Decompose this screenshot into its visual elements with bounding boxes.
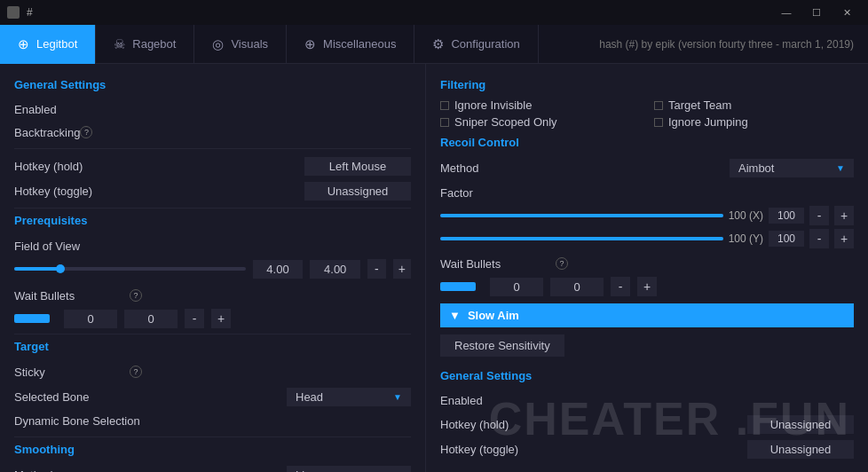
wait-bullets-label-row: Wait Bullets ? — [14, 284, 411, 307]
tab-configuration[interactable]: ⚙ Configuration — [414, 25, 538, 64]
divider-4 — [14, 437, 411, 437]
fov-value2[interactable]: 4.00 — [310, 260, 360, 279]
target-team-checkbox[interactable] — [654, 101, 663, 110]
rc-wait-slider[interactable] — [440, 282, 476, 291]
backtracking-label: Backtracking — [14, 126, 80, 139]
wait-value2[interactable]: 0 — [124, 310, 178, 328]
tab-miscellaneous[interactable]: ⊕ Miscellaneous — [287, 25, 414, 64]
divider-3 — [14, 334, 411, 334]
tab-legitbot-label: Legitbot — [36, 37, 77, 51]
main-content: General Settings Enabled Backtracking ? … — [0, 64, 868, 472]
fov-value1[interactable]: 4.00 — [253, 260, 304, 279]
rc-y-value[interactable]: 100 — [769, 231, 804, 247]
right-hotkey-toggle-value: Unassigned — [556, 440, 854, 459]
slow-aim-arrow-icon: ▼ — [449, 309, 461, 322]
divider-2 — [14, 208, 411, 208]
wait-minus-btn[interactable]: - — [185, 309, 204, 328]
navigation-bar: ⊕ Legitbot ☠ Ragebot ◎ Visuals ⊕ Miscell… — [0, 25, 868, 64]
titlebar-title: # — [27, 6, 33, 19]
rc-y-label: 100 (Y) — [729, 232, 763, 245]
backtracking-help-icon[interactable]: ? — [80, 126, 92, 138]
rc-wait-help-icon[interactable]: ? — [556, 257, 568, 270]
fov-thumb[interactable] — [56, 264, 65, 273]
hotkey-toggle-value-container: Unassigned — [130, 182, 411, 201]
rc-y-fill — [440, 237, 723, 240]
tab-visuals[interactable]: ◎ Visuals — [194, 25, 287, 64]
sticky-row: Sticky ? — [14, 360, 411, 383]
wait-bullets-help-icon[interactable]: ? — [130, 289, 142, 302]
sniper-scoped-item: Sniper Scoped Only — [440, 115, 640, 129]
right-hotkey-toggle-box[interactable]: Unassigned — [747, 440, 854, 459]
tab-legitbot[interactable]: ⊕ Legitbot — [0, 25, 96, 64]
ignore-jumping-checkbox[interactable] — [654, 118, 663, 127]
rc-wait-minus[interactable]: - — [611, 277, 630, 296]
smooth-method-label: Method — [14, 468, 130, 473]
window-controls: — ☐ ✕ — [772, 0, 861, 25]
rc-x-value[interactable]: 100 — [769, 208, 804, 224]
rc-y-minus[interactable]: - — [809, 229, 829, 248]
tab-ragebot[interactable]: ☠ Ragebot — [96, 25, 194, 64]
rc-x-slider-track[interactable] — [440, 214, 723, 217]
close-button[interactable]: ✕ — [832, 0, 861, 25]
fov-plus-btn[interactable]: + — [393, 259, 411, 279]
right-hotkey-toggle-row: Hotkey (toggle) Unassigned — [440, 437, 854, 460]
right-hotkey-toggle-label: Hotkey (toggle) — [440, 443, 556, 456]
rc-method-row: Method Aimbot ▼ — [440, 156, 854, 179]
maximize-button[interactable]: ☐ — [802, 0, 831, 25]
target-header: Target — [14, 340, 411, 353]
rc-wait-plus[interactable]: + — [637, 277, 657, 296]
rc-wait-v2[interactable]: 0 — [550, 278, 604, 296]
ignore-invisible-label: Ignore Invisible — [454, 98, 532, 112]
rc-wait-v1[interactable]: 0 — [490, 278, 543, 296]
wait-slider[interactable] — [14, 314, 50, 323]
rc-y-slider-track[interactable] — [440, 237, 723, 240]
smooth-method-dropdown[interactable]: Linear ▼ — [287, 466, 411, 473]
rc-wait-label: Wait Bullets — [440, 257, 556, 271]
ignore-jumping-item: Ignore Jumping — [654, 115, 854, 129]
rc-wait-slider-row: 0 0 - + — [440, 277, 854, 296]
tab-misc-label: Miscellaneous — [323, 37, 396, 51]
titlebar: # — ☐ ✕ — [0, 0, 868, 25]
rc-x-plus[interactable]: + — [834, 206, 854, 225]
right-general-settings-header: General Settings — [440, 369, 854, 382]
rc-method-dropdown[interactable]: Aimbot ▼ — [730, 159, 854, 177]
fov-track[interactable] — [14, 267, 246, 271]
fov-minus-btn[interactable]: - — [367, 259, 385, 279]
smoothing-header: Smoothing — [14, 443, 411, 456]
fov-label: Field of View — [14, 240, 130, 253]
smooth-method-text: Linear — [296, 468, 327, 473]
hotkey-toggle-box[interactable]: Unassigned — [304, 182, 411, 201]
rc-x-track — [440, 214, 723, 217]
right-hotkey-hold-box[interactable]: Unassigned — [747, 415, 854, 434]
rc-x-minus[interactable]: - — [809, 206, 829, 225]
sniper-scoped-checkbox[interactable] — [440, 118, 449, 127]
rc-y-row: 100 (Y) 100 - + — [440, 229, 854, 248]
hotkey-toggle-label: Hotkey (toggle) — [14, 185, 130, 198]
hotkey-hold-box[interactable]: Left Mouse — [304, 157, 411, 176]
ignore-invisible-checkbox[interactable] — [440, 101, 449, 110]
slow-aim-label: Slow Aim — [468, 309, 519, 322]
bone-dropdown-arrow: ▼ — [393, 392, 402, 402]
fov-label-row: Field of View — [14, 234, 411, 257]
selected-bone-dropdown[interactable]: Head ▼ — [287, 388, 411, 406]
prerequisites-header: Prerequisites — [14, 214, 411, 227]
rc-y-plus[interactable]: + — [834, 229, 854, 248]
right-enabled-row: Enabled — [440, 389, 854, 411]
tab-config-label: Configuration — [451, 37, 519, 51]
app-icon — [7, 6, 20, 19]
enabled-label: Enabled — [14, 103, 57, 116]
right-hotkey-hold-row: Hotkey (hold) Unassigned — [440, 413, 854, 436]
right-panel: Filtering Ignore Invisible Target Team S… — [426, 64, 868, 472]
minimize-button[interactable]: — — [772, 0, 801, 25]
legitbot-icon: ⊕ — [18, 36, 29, 52]
enabled-row: Enabled — [14, 98, 411, 120]
visuals-icon: ◎ — [212, 36, 224, 52]
smooth-method-row: Method Linear ▼ — [14, 463, 411, 472]
sticky-help-icon[interactable]: ? — [130, 366, 142, 378]
wait-plus-btn[interactable]: + — [211, 309, 231, 328]
version-info: hash (#) by epik (version fourty three -… — [599, 38, 868, 51]
restore-sensitivity-btn[interactable]: Restore Sensitivity — [440, 334, 564, 357]
wait-value1[interactable]: 0 — [64, 310, 117, 328]
rc-method-value: Aimbot ▼ — [556, 159, 854, 177]
bone-value: Head ▼ — [130, 388, 411, 406]
